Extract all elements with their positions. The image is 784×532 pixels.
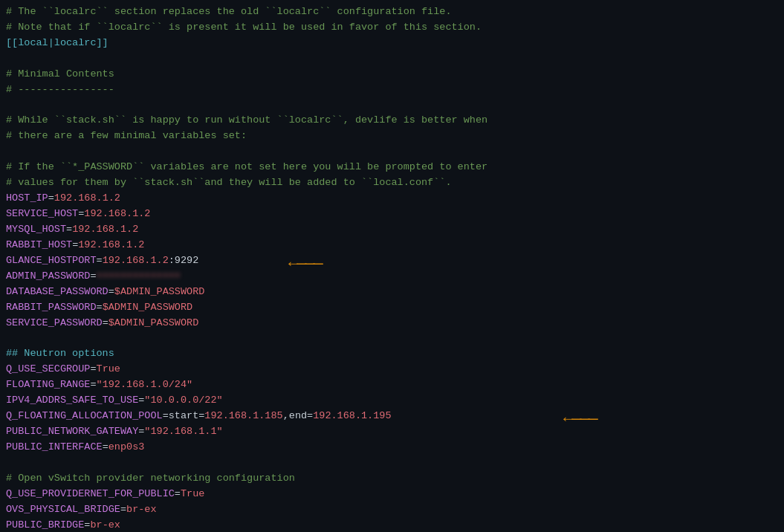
line-10 bbox=[6, 144, 778, 160]
terminal-window: # The ``localrc`` section replaces the o… bbox=[0, 0, 784, 532]
line-1: # The ``localrc`` section replaces the o… bbox=[6, 4, 778, 20]
line-6: # ---------------- bbox=[6, 82, 778, 98]
arrow-glance: ←——— bbox=[288, 252, 322, 277]
line-3: [[local|localrc]] bbox=[6, 36, 778, 51]
line-mysql-host: MYSQL_HOST=192.168.1.2 bbox=[6, 222, 778, 238]
line-public-interface: PUBLIC_INTERFACE=enp0s3 bbox=[6, 440, 778, 455]
line-q-floating-pool: Q_FLOATING_ALLOCATION_POOL=start=192.168… bbox=[6, 409, 778, 424]
line-service-host: SERVICE_HOST=192.168.1.2 bbox=[6, 207, 778, 222]
line-db-password: DATABASE_PASSWORD=$ADMIN_PASSWORD bbox=[6, 285, 778, 300]
line-blank-2 bbox=[6, 331, 778, 346]
line-7 bbox=[6, 98, 778, 114]
line-glance-hostport: GLANCE_HOSTPORT=192.168.1.2:9292 ←——— bbox=[6, 253, 778, 269]
line-11: # If the ``*_PASSWORD`` variables are no… bbox=[6, 160, 778, 175]
line-service-password: SERVICE_PASSWORD=$ADMIN_PASSWORD bbox=[6, 316, 778, 331]
line-2: # Note that if ``localrc`` is present it… bbox=[6, 20, 778, 36]
line-12: # values for them by ``stack.sh``and the… bbox=[6, 175, 778, 191]
line-ipv4-addrs: IPV4_ADDRS_SAFE_TO_USE="10.0.0.0/22" bbox=[6, 393, 778, 409]
line-9: # there are a few minimal variables set: bbox=[6, 129, 778, 144]
line-public-bridge: PUBLIC_BRIDGE=br-ex bbox=[6, 518, 778, 532]
arrow-q-floating: ←——— bbox=[563, 407, 597, 432]
line-rabbit-host: RABBIT_HOST=192.168.1.2 bbox=[6, 238, 778, 253]
line-q-use-providernet: Q_USE_PROVIDERNET_FOR_PUBLIC=True bbox=[6, 487, 778, 502]
line-5: # Minimal Contents bbox=[6, 67, 778, 82]
line-blank-3 bbox=[6, 455, 778, 471]
line-admin-password: ADMIN_PASSWORD=•••••••••••••• bbox=[6, 269, 778, 285]
line-floating-range: FLOATING_RANGE="192.168.1.0/24" bbox=[6, 377, 778, 393]
line-q-use-secgroup: Q_USE_SECGROUP=True bbox=[6, 362, 778, 377]
line-rabbit-password: RABBIT_PASSWORD=$ADMIN_PASSWORD bbox=[6, 300, 778, 316]
line-neutron-heading: ## Neutron options bbox=[6, 346, 778, 362]
line-8: # While ``stack.sh`` is happy to run wit… bbox=[6, 113, 778, 129]
line-4 bbox=[6, 51, 778, 67]
line-ovs-comment: # Open vSwitch provider networking confi… bbox=[6, 471, 778, 487]
line-public-network-gw: PUBLIC_NETWORK_GATEWAY="192.168.1.1" bbox=[6, 424, 778, 440]
line-host-ip: HOST_IP=192.168.1.2 bbox=[6, 191, 778, 207]
line-ovs-physical-bridge: OVS_PHYSICAL_BRIDGE=br-ex bbox=[6, 502, 778, 518]
